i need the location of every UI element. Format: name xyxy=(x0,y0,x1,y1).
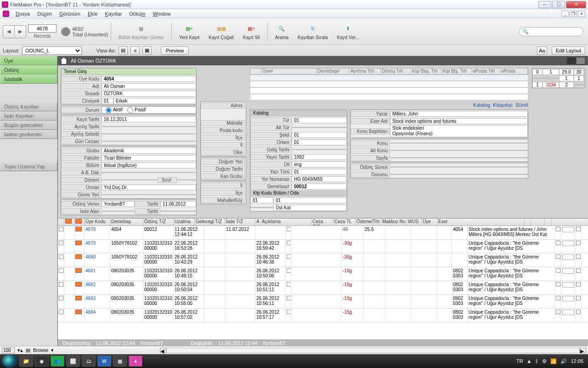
portal-header: Üye# Demirbaş# Ayırtma Trh Dönüş Trh Kiş… xyxy=(250,68,528,75)
zoom-level[interactable]: 100 xyxy=(2,347,15,354)
app-icon xyxy=(2,1,8,8)
task-app2[interactable]: ⬜ xyxy=(66,356,80,367)
task-chrome[interactable]: ◉ xyxy=(35,356,49,367)
mdi-min[interactable]: _ xyxy=(561,11,569,17)
layout-select[interactable]: ODUNC_L xyxy=(22,46,82,55)
next-record-button[interactable]: ▶ xyxy=(15,26,26,38)
table-row[interactable]: 468208020303511020132310 0000026.06.2012… xyxy=(58,281,588,295)
sidebar-iade-kayit[interactable]: İade Kayıtları xyxy=(0,111,57,121)
tray-net-icon[interactable]: ⚙ xyxy=(542,358,547,364)
mdi-close[interactable]: × xyxy=(578,11,585,17)
sort-button[interactable]: ⇅Kayıtları Sırala xyxy=(293,23,333,40)
view-form-button[interactable]: ▤ xyxy=(119,46,128,55)
layout-bar: Layout: ODUNC_L View As: ▤ ≡ ▦ Preview A… xyxy=(0,45,588,56)
toolbar: ◀ ▶ Records 4692Total (Unsorted) ▦Bütün … xyxy=(0,18,588,45)
table-row[interactable]: 468308020303511020132310 0000026.06.2012… xyxy=(58,295,588,309)
link-sureli[interactable]: Süreli xyxy=(515,102,528,108)
quick-search[interactable]: 🔍 xyxy=(519,27,583,36)
portal-row[interactable] xyxy=(250,75,528,81)
mdi-restore[interactable]: ❐ xyxy=(570,11,577,17)
link-katalog[interactable]: Katalog xyxy=(473,102,490,108)
save-button[interactable]: ⬆Kayıt Ver... xyxy=(333,23,364,40)
view-table-button[interactable]: ▦ xyxy=(142,46,152,55)
task-pink[interactable]: ♦ xyxy=(129,356,142,367)
tray-lang[interactable]: TR xyxy=(516,358,523,364)
preview-button[interactable]: Preview xyxy=(161,46,189,55)
sidebar-odunc[interactable]: Ödünç xyxy=(0,65,57,75)
person-name: Ali Osman ÖZTÜRK xyxy=(71,58,116,63)
home-icon[interactable] xyxy=(61,58,67,64)
start-button[interactable] xyxy=(2,355,17,368)
soyadi-field[interactable]: ÖZTÜRK xyxy=(102,91,196,97)
menu-duzen[interactable]: Düzen xyxy=(34,10,56,17)
table-row[interactable]: 46791050Y7810211020132310 0000022.06.201… xyxy=(58,240,588,253)
show-all-button[interactable]: ▦Bütün Kayıtları Göster xyxy=(114,23,168,40)
table-row[interactable]: 46801050Y7810211020132310 0000026.06.201… xyxy=(58,253,588,267)
minimize-button[interactable]: ─ xyxy=(538,1,551,8)
tray-wifi-icon[interactable]: 📶 xyxy=(550,358,557,364)
table-row[interactable]: 468408020303511020132310 0000026.06.2012… xyxy=(58,309,588,322)
link-kitapdisi[interactable]: Kitapdışı xyxy=(493,102,513,108)
prev-record-button[interactable]: ◀ xyxy=(3,26,14,38)
menu-dokum[interactable]: Döküm xyxy=(126,10,149,17)
task-app3[interactable]: 🗂 xyxy=(82,356,96,367)
view-toggle-2[interactable] xyxy=(576,57,585,64)
sidebar-uye[interactable]: Üye xyxy=(0,56,57,65)
app-icon-small xyxy=(3,11,9,17)
close-button[interactable]: ✕ xyxy=(566,1,586,8)
window-title: FileMaker Pro - [YordamBT 11 - Yordam Kü… xyxy=(10,2,538,7)
durum-aktif[interactable]: Aktif xyxy=(106,107,123,113)
total-text: 4692Total (Unsorted) xyxy=(72,26,108,37)
sidebar-geciken[interactable]: İadesi gecikenler xyxy=(0,130,57,139)
new-record-button[interactable]: ▦+Yeni Kayıt xyxy=(175,23,204,40)
edit-layout-button[interactable]: Edit Layout xyxy=(552,46,585,55)
menu-bar: Dosya Düzen Görünüm Ekle Kayıtlar Döküm … xyxy=(0,9,588,18)
table-row[interactable]: 468108020303511020132310 0000026.06.2012… xyxy=(58,267,588,281)
view-list-button[interactable]: ≡ xyxy=(130,46,140,55)
footer-info: Oluşturulma:11.06.2012 12:44YordamBT Değ… xyxy=(58,339,588,346)
sidebar-odunc-kayit[interactable]: Ödünç Kayıtları xyxy=(0,102,57,111)
layout-label: Layout: xyxy=(3,48,19,53)
tray-vol-icon[interactable]: 🔊 xyxy=(560,358,567,364)
menu-ekle[interactable]: Ekle xyxy=(84,10,101,17)
tray-bt-icon[interactable]: ᛒ xyxy=(535,358,538,364)
text-format-button[interactable]: Aa xyxy=(537,46,547,55)
find-button[interactable]: 🔍Arama xyxy=(271,23,293,40)
dup-record-button[interactable]: ▦▦Kayıt Çoğalt xyxy=(204,23,238,40)
record-header: Ali Osman ÖZTÜRK xyxy=(58,56,588,65)
view-toggle-1[interactable] xyxy=(567,57,576,64)
records-table: Üye KoduDemirbaşÖdünç T/ZUzatmaGelecegi … xyxy=(58,218,588,346)
menu-dosya[interactable]: Dosya xyxy=(12,10,34,17)
menu-gorunum[interactable]: Görünüm xyxy=(56,10,84,17)
table-row[interactable]: 467840540001211.06.2012 12:44:1211.07.20… xyxy=(58,226,588,240)
sidebar-bugun[interactable]: Bugün gelecekler xyxy=(0,121,57,130)
task-word[interactable]: W xyxy=(97,356,111,367)
menu-window[interactable]: Window xyxy=(149,10,174,17)
fs-temel-title: Temel Giriş xyxy=(61,69,196,75)
sidebar: Üye Ödünç İstatistik Ödünç Kayıtları İad… xyxy=(0,56,58,346)
del-record-button[interactable]: ▦×Kayıt Sil xyxy=(238,23,265,40)
title-bar: FileMaker Pro - [YordamBT 11 - Yordam Kü… xyxy=(0,0,588,9)
zoom-icon[interactable]: ▾▴ xyxy=(17,347,23,353)
maximize-button[interactable]: ☐ xyxy=(552,1,565,8)
pie-icon xyxy=(61,27,70,36)
records-label: Records xyxy=(34,34,51,39)
viewas-label: View As: xyxy=(96,48,116,53)
sidebar-toplu[interactable]: Toplu Uzatma Yap xyxy=(0,162,57,171)
record-number-input[interactable] xyxy=(28,24,57,33)
task-app1[interactable]: 👥 xyxy=(51,356,64,367)
tray-flag-icon[interactable]: ▲ xyxy=(527,358,532,364)
durum-pasif[interactable]: Pasif xyxy=(127,107,146,113)
tray-clock[interactable]: 12:05 xyxy=(571,358,583,364)
uye-kodu-field[interactable]: 4054 xyxy=(102,76,196,82)
taskbar: 📁 ◉ 👥 ⬜ 🗂 W ▦ ♦ TR ▲ ᛒ ⚙ 📶 🔊 12:05 xyxy=(0,354,588,368)
task-fm[interactable]: ▦ xyxy=(113,356,127,367)
sidebar-istatistik[interactable]: İstatistik xyxy=(0,75,57,84)
status-bar: 100 ▾▴ ▤ Browse ▾ ◀▶ xyxy=(0,346,588,354)
menu-kayitlar[interactable]: Kayıtlar xyxy=(101,10,125,17)
search-icon: 🔍 xyxy=(522,29,529,34)
task-explorer[interactable]: 📁 xyxy=(19,356,33,367)
adi-field[interactable]: Ali Osman xyxy=(102,83,196,89)
